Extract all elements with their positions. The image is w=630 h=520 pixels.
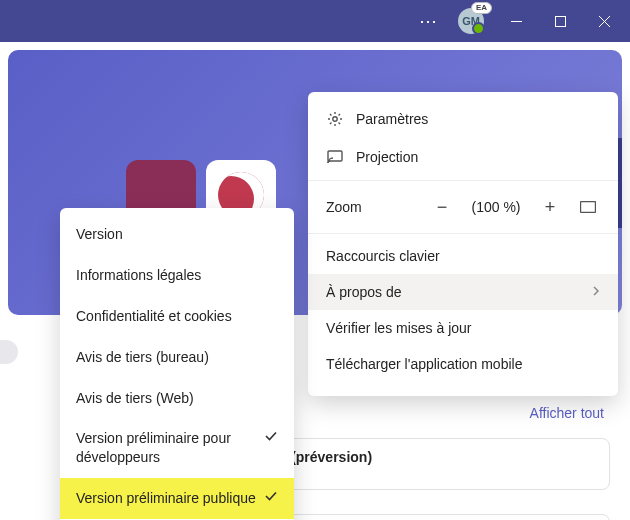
- submenu-label: Version préliminaire pour développeurs: [76, 429, 256, 467]
- submenu-label: Avis de tiers (bureau): [76, 348, 209, 367]
- zoom-out-button[interactable]: −: [430, 195, 454, 219]
- check-icon: [264, 489, 278, 508]
- menu-item-mobile[interactable]: Télécharger l'application mobile: [308, 346, 618, 382]
- zoom-row: Zoom − (100 %) +: [308, 185, 618, 229]
- avatar[interactable]: GM EA: [458, 8, 484, 34]
- zoom-value: (100 %): [468, 199, 524, 215]
- cast-icon: [326, 148, 344, 166]
- avatar-badge: EA: [471, 2, 492, 14]
- submenu-label: Version préliminaire publique: [76, 489, 256, 508]
- submenu-label: Avis de tiers (Web): [76, 389, 194, 408]
- main-menu-panel: Paramètres Projection Zoom − (100 %) + R…: [308, 92, 618, 396]
- chevron-right-icon: [592, 284, 600, 300]
- minimize-button[interactable]: [494, 0, 538, 42]
- carousel-prev-stub[interactable]: [0, 340, 18, 364]
- maximize-button[interactable]: [538, 0, 582, 42]
- svg-rect-5: [328, 151, 342, 161]
- show-all-link[interactable]: Afficher tout: [530, 405, 604, 421]
- close-button[interactable]: [582, 0, 626, 42]
- menu-separator: [308, 180, 618, 181]
- title-bar: ⋯ GM EA: [0, 0, 630, 42]
- menu-label: Projection: [356, 149, 418, 165]
- gear-icon: [326, 110, 344, 128]
- menu-separator: [308, 233, 618, 234]
- submenu-item[interactable]: Version: [60, 214, 294, 255]
- menu-item-updates[interactable]: Vérifier les mises à jour: [308, 310, 618, 346]
- more-options-button[interactable]: ⋯: [409, 10, 448, 32]
- menu-label: À propos de: [326, 284, 402, 300]
- content-area: Afficher tout ntinu personnalisée (préve…: [0, 50, 630, 520]
- svg-point-4: [333, 117, 337, 121]
- menu-item-shortcuts[interactable]: Raccourcis clavier: [308, 238, 618, 274]
- check-icon: [264, 429, 278, 448]
- submenu-item[interactable]: Version préliminaire publique: [60, 478, 294, 519]
- menu-item-about[interactable]: À propos de: [308, 274, 618, 310]
- svg-rect-1: [555, 16, 565, 26]
- svg-rect-6: [581, 202, 596, 213]
- fullscreen-button[interactable]: [576, 195, 600, 219]
- menu-label: Paramètres: [356, 111, 428, 127]
- submenu-item[interactable]: Version préliminaire pour développeurs: [60, 418, 294, 478]
- submenu-item[interactable]: Avis de tiers (bureau): [60, 337, 294, 378]
- about-submenu: VersionInformations légalesConfidentiali…: [60, 208, 294, 520]
- menu-item-projection[interactable]: Projection: [308, 138, 618, 176]
- zoom-in-button[interactable]: +: [538, 195, 562, 219]
- presence-indicator: [472, 22, 485, 35]
- submenu-label: Version: [76, 225, 123, 244]
- submenu-item[interactable]: Informations légales: [60, 255, 294, 296]
- zoom-label: Zoom: [326, 199, 362, 215]
- submenu-label: Informations légales: [76, 266, 201, 285]
- menu-item-settings[interactable]: Paramètres: [308, 100, 618, 138]
- submenu-label: Confidentialité et cookies: [76, 307, 232, 326]
- submenu-item[interactable]: Avis de tiers (Web): [60, 378, 294, 419]
- submenu-item[interactable]: Confidentialité et cookies: [60, 296, 294, 337]
